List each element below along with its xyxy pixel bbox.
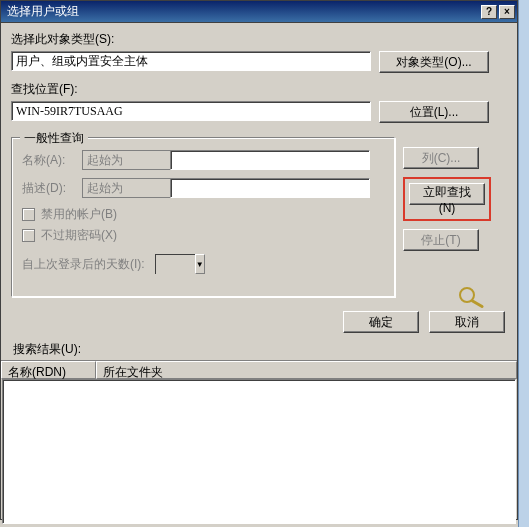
results-header: 名称(RDN) 所在文件夹 (1, 360, 517, 379)
chevron-down-icon[interactable]: ▼ (195, 254, 205, 274)
search-results-label: 搜索结果(U): (1, 337, 517, 360)
find-now-button[interactable]: 立即查找(N) (409, 183, 485, 205)
close-button[interactable]: × (499, 5, 515, 19)
object-types-button[interactable]: 对象类型(O)... (379, 51, 489, 73)
title-text: 选择用户或组 (7, 3, 79, 20)
side-buttons: 列(C)... 立即查找(N) 停止(T) (403, 147, 491, 316)
svg-rect-1 (471, 299, 485, 309)
col-name-rdn[interactable]: 名称(RDN) (1, 361, 96, 379)
titlebar[interactable]: 选择用户或组 ? × (1, 1, 517, 23)
name-mode-combo[interactable]: ▼ (82, 150, 162, 170)
location-label: 查找位置(F): (11, 81, 507, 98)
desc-label: 描述(D): (22, 180, 82, 197)
magnifier-icon (457, 285, 491, 316)
background-window-edge (518, 0, 529, 527)
desc-input[interactable] (170, 178, 370, 198)
name-input[interactable] (170, 150, 370, 170)
disabled-accounts-label: 禁用的帐户(B) (41, 206, 117, 223)
non-expiring-pw-label: 不过期密码(X) (41, 227, 117, 244)
desc-mode-combo[interactable]: ▼ (82, 178, 162, 198)
results-list[interactable] (2, 379, 516, 524)
columns-button[interactable]: 列(C)... (403, 147, 479, 169)
checkbox-box-icon (22, 229, 35, 242)
days-since-logon-label: 自上次登录后的天数(I): (22, 256, 145, 273)
location-field (11, 101, 371, 121)
find-now-highlight: 立即查找(N) (403, 177, 491, 221)
col-folder[interactable]: 所在文件夹 (96, 361, 517, 379)
dialog-window: 选择用户或组 ? × 选择此对象类型(S): 对象类型(O)... 查找位置(F… (0, 0, 518, 520)
days-value (155, 254, 195, 274)
checkbox-box-icon (22, 208, 35, 221)
locations-button[interactable]: 位置(L)... (379, 101, 489, 123)
content-area: 选择此对象类型(S): 对象类型(O)... 查找位置(F): 位置(L)...… (1, 23, 517, 305)
common-queries-group: 一般性查询 名称(A): ▼ 描述(D): ▼ (11, 137, 395, 297)
disabled-accounts-checkbox[interactable]: 禁用的帐户(B) (22, 206, 384, 223)
object-type-field (11, 51, 371, 71)
object-type-label: 选择此对象类型(S): (11, 31, 507, 48)
help-button[interactable]: ? (481, 5, 497, 19)
non-expiring-pw-checkbox[interactable]: 不过期密码(X) (22, 227, 384, 244)
stop-button[interactable]: 停止(T) (403, 229, 479, 251)
name-label: 名称(A): (22, 152, 82, 169)
common-queries-title: 一般性查询 (20, 130, 88, 147)
days-combo[interactable]: ▼ (155, 254, 201, 274)
